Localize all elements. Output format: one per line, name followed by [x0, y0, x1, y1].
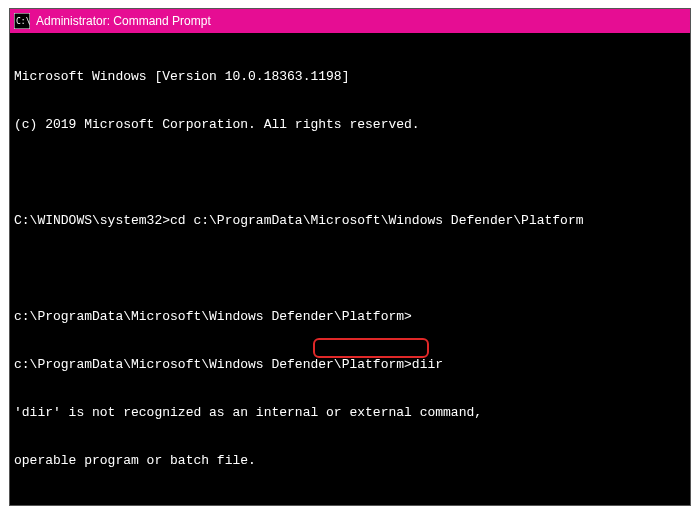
highlight-annotation: [313, 338, 429, 358]
cmd-icon: C:\: [14, 13, 30, 29]
titlebar[interactable]: C:\ Administrator: Command Prompt: [10, 9, 690, 33]
terminal-line: [14, 501, 686, 505]
terminal-line: operable program or batch file.: [14, 453, 686, 469]
terminal-line: 'diir' is not recognized as an internal …: [14, 405, 686, 421]
command-prompt-window: C:\ Administrator: Command Prompt Micros…: [9, 8, 691, 506]
terminal-line: C:\WINDOWS\system32>cd c:\ProgramData\Mi…: [14, 213, 686, 229]
window-title: Administrator: Command Prompt: [36, 14, 211, 28]
terminal-line: (c) 2019 Microsoft Corporation. All righ…: [14, 117, 686, 133]
terminal-line: c:\ProgramData\Microsoft\Windows Defende…: [14, 309, 686, 325]
terminal-line: c:\ProgramData\Microsoft\Windows Defende…: [14, 357, 686, 373]
terminal-line: [14, 165, 686, 181]
terminal-output[interactable]: Microsoft Windows [Version 10.0.18363.11…: [10, 33, 690, 505]
svg-text:C:\: C:\: [16, 17, 30, 26]
terminal-line: [14, 261, 686, 277]
terminal-line: Microsoft Windows [Version 10.0.18363.11…: [14, 69, 686, 85]
